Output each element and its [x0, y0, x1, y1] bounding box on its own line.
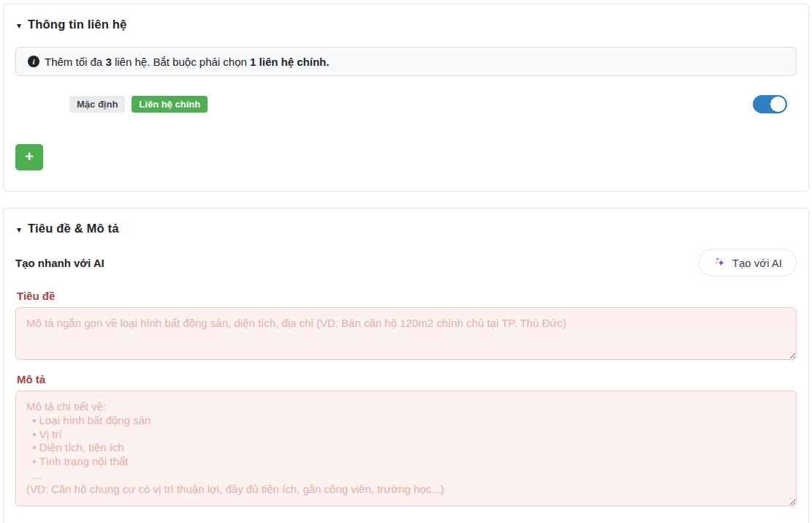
generate-with-ai-button-label: Tạo với AI	[732, 257, 782, 269]
contact-info-section: ▾ Thông tin liên hệ i Thêm tối đa 3 liên…	[3, 4, 809, 192]
description-field: Mô tả	[15, 373, 797, 506]
title-textarea[interactable]	[15, 307, 797, 360]
description-textarea[interactable]	[15, 391, 797, 506]
title-description-section-header[interactable]: ▾ Tiêu đề & Mô tả	[17, 222, 797, 236]
ai-quick-create-row: Tạo nhanh với AI Tạo với AI	[15, 249, 797, 276]
contact-badges: Mặc định Liên hệ chính	[69, 96, 208, 113]
title-description-section-title: Tiêu đề & Mô tả	[28, 222, 119, 236]
add-contact-button[interactable]: +	[15, 144, 43, 170]
default-badge: Mặc định	[69, 96, 125, 113]
contact-section-title: Thông tin liên hệ	[28, 18, 126, 31]
spacer	[15, 170, 797, 179]
collapse-caret-icon: ▾	[17, 225, 21, 234]
ai-sparkle-icon	[713, 256, 727, 270]
title-description-section: ▾ Tiêu đề & Mô tả Tạo nhanh với AI Tạo v…	[3, 208, 809, 523]
contact-item-row: Mặc định Liên hệ chính	[15, 95, 797, 113]
contact-limit-alert: i Thêm tối đa 3 liên hệ. Bắt buộc phải c…	[15, 47, 797, 76]
plus-icon: +	[25, 149, 34, 164]
primary-contact-toggle[interactable]	[753, 95, 787, 113]
primary-contact-badge: Liên hệ chính	[132, 96, 208, 113]
toggle-knob	[770, 97, 786, 112]
info-icon: i	[28, 56, 39, 67]
title-field: Tiêu đề	[15, 290, 797, 360]
description-field-label: Mô tả	[17, 373, 797, 385]
contact-section-header[interactable]: ▾ Thông tin liên hệ	[17, 18, 797, 31]
generate-with-ai-button[interactable]: Tạo với AI	[699, 249, 797, 276]
collapse-caret-icon: ▾	[17, 21, 21, 30]
contact-limit-alert-text: Thêm tối đa 3 liên hệ. Bắt buộc phải chọ…	[45, 56, 329, 68]
title-field-label: Tiêu đề	[17, 290, 797, 302]
spacer	[15, 506, 797, 515]
ai-quick-create-label: Tạo nhanh với AI	[15, 257, 105, 269]
